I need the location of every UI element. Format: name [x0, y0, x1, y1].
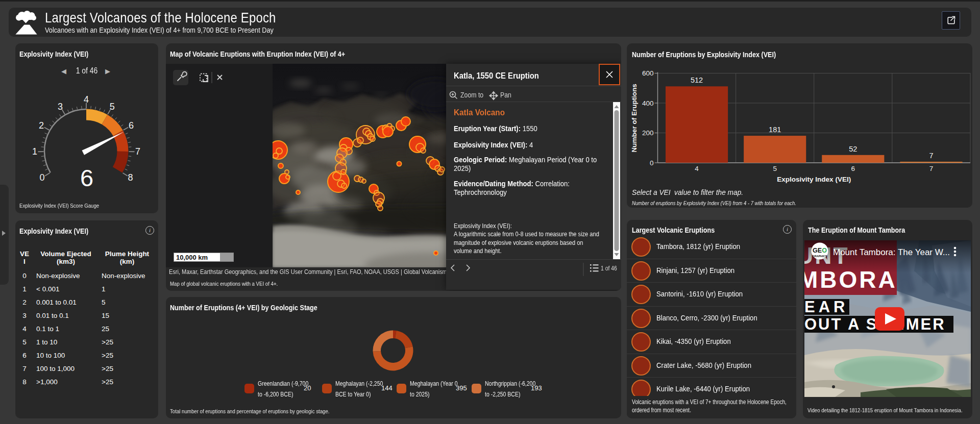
- svg-text:52: 52: [849, 145, 857, 153]
- svg-text:Mount Tambora: The Year W...: Mount Tambora: The Year W...: [833, 247, 950, 257]
- svg-text:2: 2: [39, 120, 44, 131]
- svg-text:6: 6: [129, 120, 134, 131]
- svg-text:7: 7: [135, 146, 140, 157]
- svg-text:GRAPHICS: GRAPHICS: [812, 255, 827, 258]
- svg-text:600: 600: [642, 69, 654, 77]
- svg-text:6: 6: [80, 164, 93, 191]
- svg-text:EAR: EAR: [804, 298, 848, 316]
- svg-text:7: 7: [929, 165, 934, 172]
- svg-text:0: 0: [650, 159, 654, 167]
- svg-text:181: 181: [769, 126, 781, 134]
- svg-text:7: 7: [929, 152, 933, 160]
- svg-text:5: 5: [773, 165, 777, 172]
- svg-text:Number of Eruptions: Number of Eruptions: [630, 84, 638, 152]
- svg-text:0: 0: [39, 172, 44, 183]
- svg-text:4: 4: [695, 165, 699, 172]
- svg-text:6: 6: [851, 165, 855, 172]
- svg-text:8: 8: [128, 172, 133, 183]
- svg-text:512: 512: [691, 76, 703, 84]
- svg-text:400: 400: [642, 99, 654, 107]
- svg-text:1: 1: [32, 146, 37, 157]
- svg-text:GEO: GEO: [813, 247, 827, 254]
- svg-text:200: 200: [642, 129, 654, 137]
- svg-text:3: 3: [58, 102, 63, 112]
- svg-text:Explosivity Index (VEI): Explosivity Index (VEI): [777, 176, 851, 183]
- svg-text:4: 4: [84, 94, 89, 105]
- svg-text:5: 5: [110, 102, 115, 112]
